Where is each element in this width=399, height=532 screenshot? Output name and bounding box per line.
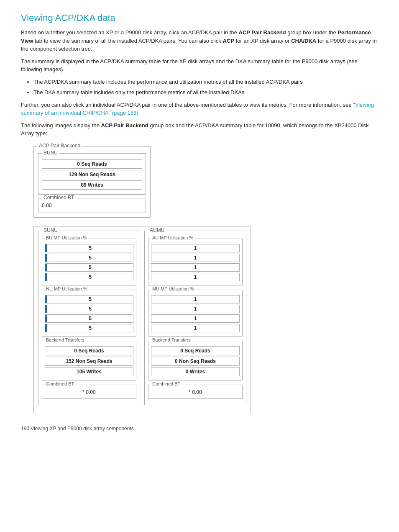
diagram1-outer-label: ACP Pair Backend [37, 143, 82, 149]
diagram2-bunu-col: BUNU BU MP Utilization % 5 5 5 5 NU MP U… [38, 231, 140, 405]
bu-util-row-3: 5 [45, 263, 133, 272]
bunu-backend-label: Backend Transfers [45, 337, 86, 342]
aumu-seq-reads: 0 Seq Reads [151, 346, 240, 355]
nu-util-label: NU MP Utilization % [45, 286, 89, 291]
diagram2-top-row: BUNU BU MP Utilization % 5 5 5 5 NU MP U… [38, 231, 246, 409]
bunu-combined-val: * 0.00 [45, 388, 133, 396]
diagram1-combined-panel: Combined BT 0.00 [38, 198, 146, 213]
diagram1-outer: ACP Pair Backend BUNU 0 Seq Reads 129 No… [33, 146, 151, 218]
bu-util-row-2: 5 [45, 254, 133, 262]
diagram2-outer: BUNU BU MP Utilization % 5 5 5 5 NU MP U… [33, 226, 251, 413]
au-util-row-2: 1 [151, 254, 240, 262]
bullet-2: The DKA summary table includes only the … [33, 88, 378, 97]
mu-util-panel: MU MP Utilization % 1 1 1 1 [148, 290, 243, 337]
bunu-backend-panel: Backend Transfers 0 Seq Reads 152 Non Se… [42, 341, 136, 380]
nu-util-row-2: 5 [45, 305, 133, 313]
aumu-combined-panel: Combined BT * 0.00 [148, 385, 243, 399]
aumu-combined-val: * 0.00 [151, 388, 240, 396]
diagram2-bunu-label: BUNU [42, 227, 59, 233]
bu-util-panel: BU MP Utilization % 5 5 5 5 [42, 239, 136, 285]
diagram2-aumu-col: AUMU AU MP Utilization % 1 1 1 1 MU MP U… [144, 231, 246, 405]
para3: Further, you can also click an individua… [21, 101, 378, 117]
diagram2-aumu-label: AUMU [148, 227, 166, 233]
nu-util-panel: NU MP Utilization % 5 5 5 5 [42, 290, 136, 337]
diagram1-seq-reads: 0 Seq Reads [42, 159, 142, 169]
mu-util-row-1: 1 [151, 295, 240, 303]
nu-util-row-4: 5 [45, 324, 133, 332]
bunu-seq-reads: 0 Seq Reads [45, 346, 133, 355]
aumu-combined-label: Combined BT [151, 381, 182, 386]
bu-util-row-1: 5 [45, 244, 133, 252]
aumu-non-seq-reads: 0 Non Seq Reads [151, 357, 240, 366]
bunu-combined-panel: Combined BT * 0.00 [42, 385, 136, 399]
nu-util-row-1: 5 [45, 295, 133, 303]
au-util-panel: AU MP Utilization % 1 1 1 1 [148, 239, 243, 285]
bullet-list: The ACP/DKA summary table includes the p… [33, 78, 378, 97]
mu-util-label: MU MP Utilization % [151, 286, 195, 291]
bunu-non-seq-reads: 152 Non Seq Reads [45, 357, 133, 366]
au-util-label: AU MP Utilization % [151, 235, 194, 240]
mu-util-row-2: 1 [151, 305, 240, 313]
bu-util-row-4: 5 [45, 273, 133, 281]
au-util-row-4: 1 [151, 273, 240, 281]
bullet-1: The ACP/DKA summary table includes the p… [33, 78, 378, 86]
para1: Based on whether you selected an XP or a… [21, 28, 378, 53]
mu-util-row-4: 1 [151, 324, 240, 332]
bunu-writes: 105 Writes [45, 367, 133, 376]
page-footer: 190 Viewing XP and P9000 disk array comp… [21, 426, 378, 432]
aumu-backend-label: Backend Transfers [151, 337, 192, 342]
bunu-combined-label: Combined BT [45, 381, 75, 386]
mu-util-row-3: 1 [151, 314, 240, 323]
au-util-row-3: 1 [151, 263, 240, 272]
para2: The summary is displayed in the ACP/DKA … [21, 57, 378, 74]
diagram1-writes: 89 Writes [42, 180, 142, 190]
diagram1-combined-label: Combined BT [42, 195, 76, 200]
diagram1-bunu-label: BUNU [42, 150, 59, 156]
page-title: Viewing ACP/DKA data [21, 13, 378, 23]
diagram1-non-seq-reads: 129 Non Seq Reads [42, 170, 142, 179]
au-util-row-1: 1 [151, 244, 240, 252]
link-chip-cha[interactable]: "Viewing summary of an individual CHIP/C… [21, 102, 374, 116]
diagram1-bunu-panel: BUNU 0 Seq Reads 129 Non Seq Reads 89 Wr… [38, 153, 146, 195]
para4: The following images display the ACP Pai… [21, 121, 378, 138]
diagram1-combined-val: 0.00 [42, 202, 142, 209]
nu-util-row-3: 5 [45, 314, 133, 323]
bu-util-label: BU MP Utilization % [45, 235, 88, 240]
aumu-backend-panel: Backend Transfers 0 Seq Reads 0 Non Seq … [148, 341, 243, 380]
aumu-writes: 0 Writes [151, 367, 240, 376]
